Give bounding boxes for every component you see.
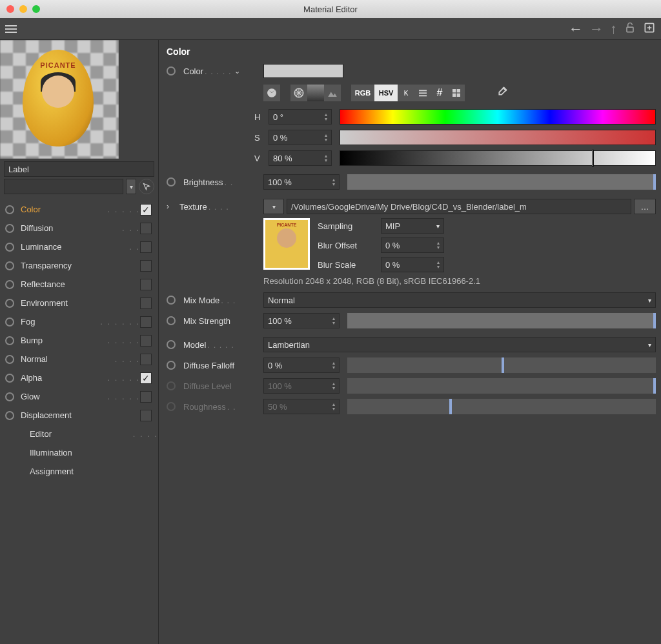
back-icon[interactable]: ←: [569, 21, 583, 37]
channel-radio[interactable]: [5, 243, 14, 252]
mixstrength-slider[interactable]: [347, 313, 656, 328]
blur-offset-field[interactable]: 0 %▴▾: [381, 237, 444, 253]
channel-checkbox[interactable]: [140, 391, 152, 403]
channel-displacement[interactable]: Displacement: [3, 406, 158, 425]
channel-illumination[interactable]: Illumination: [3, 443, 158, 462]
mixmode-select[interactable]: Normal▾: [263, 292, 656, 308]
channel-editor[interactable]: Editor . . . .: [3, 425, 158, 443]
channel-radio[interactable]: [5, 224, 14, 233]
hex-icon[interactable]: #: [431, 85, 448, 101]
chevron-down-icon[interactable]: ⌄: [234, 67, 240, 75]
up-icon[interactable]: ↑: [610, 21, 617, 37]
channel-label: Environment: [21, 298, 140, 308]
channel-checkbox[interactable]: [140, 241, 152, 253]
channel-checkbox[interactable]: [140, 335, 152, 347]
layer-dropdown-icon[interactable]: ▾: [126, 179, 136, 194]
channel-label: Displacement: [21, 410, 140, 420]
spectrum-icon[interactable]: [290, 85, 307, 101]
hue-field[interactable]: 0 °▴▾: [269, 109, 332, 125]
model-select[interactable]: Lambertian▾: [263, 337, 656, 352]
falloff-slider[interactable]: [347, 357, 656, 373]
brightness-field[interactable]: 100 %▴▾: [263, 174, 340, 190]
picker-icon[interactable]: [139, 179, 154, 194]
preview-label-text: PICANTE: [34, 61, 82, 69]
channel-assignment[interactable]: Assignment: [3, 462, 158, 481]
color-swatch[interactable]: [263, 64, 343, 78]
channel-diffusion[interactable]: Diffusion . . .: [3, 219, 158, 237]
channel-radio[interactable]: [5, 317, 14, 327]
image-icon[interactable]: [324, 85, 341, 101]
channel-alpha[interactable]: Alpha . . . . .✓: [3, 368, 158, 387]
eyedropper-icon[interactable]: [494, 85, 509, 101]
brightness-anim-toggle[interactable]: [167, 177, 176, 186]
channel-radio[interactable]: [5, 299, 14, 308]
channel-color[interactable]: Color . . . . .✓: [3, 200, 158, 219]
sat-label: S: [254, 133, 269, 143]
channel-normal[interactable]: Normal . . . .: [3, 350, 158, 368]
falloff-field[interactable]: 0 %▴▾: [263, 357, 340, 373]
material-name-field[interactable]: Label: [4, 161, 154, 177]
channel-radio[interactable]: [5, 411, 14, 420]
layer-select[interactable]: [4, 179, 123, 194]
channel-checkbox[interactable]: ✓: [140, 372, 152, 384]
channel-radio[interactable]: [5, 261, 14, 270]
channel-radio[interactable]: [5, 374, 14, 383]
channel-checkbox[interactable]: [140, 410, 152, 421]
val-label: V: [254, 154, 269, 163]
val-field[interactable]: 80 %▴▾: [269, 150, 332, 166]
forward-icon[interactable]: →: [589, 21, 604, 37]
material-preview[interactable]: PICANTE: [0, 40, 119, 159]
channel-checkbox[interactable]: [140, 316, 152, 328]
sat-slider[interactable]: [340, 130, 656, 145]
svg-rect-8: [453, 94, 456, 97]
texture-path-field[interactable]: /Volumes/GoogleDrive/My Drive/Blog/C4D_v…: [287, 199, 631, 214]
hue-slider[interactable]: [340, 109, 656, 125]
channel-checkbox[interactable]: [140, 279, 152, 290]
texture-dropdown-button[interactable]: ▾: [263, 199, 284, 214]
gradient-icon[interactable]: [307, 85, 324, 101]
channel-reflectance[interactable]: Reflectance: [3, 275, 158, 294]
color-wheel-icon[interactable]: [263, 85, 280, 101]
kelvin-mode-button[interactable]: K: [398, 85, 414, 101]
channel-label: Luminance: [21, 242, 129, 252]
sampling-select[interactable]: MIP▾: [381, 218, 444, 234]
channel-glow[interactable]: Glow . . . . .: [3, 387, 158, 406]
texture-disclose-icon[interactable]: ›: [167, 202, 176, 211]
mixmode-anim-toggle[interactable]: [167, 296, 176, 305]
val-slider[interactable]: [340, 150, 656, 166]
channel-fog[interactable]: Fog . . . . . .: [3, 312, 158, 331]
channel-luminance[interactable]: Luminance . .: [3, 237, 158, 256]
mixer-icon[interactable]: [414, 85, 431, 101]
texture-thumbnail[interactable]: PICANTE: [263, 218, 310, 270]
channel-checkbox[interactable]: [140, 260, 152, 272]
falloff-label: Diffuse Falloff: [183, 361, 234, 370]
channel-bump[interactable]: Bump . . . . .: [3, 331, 158, 350]
channel-transparency[interactable]: Transparency: [3, 256, 158, 275]
mixstrength-field[interactable]: 100 %▴▾: [263, 313, 340, 328]
channel-radio[interactable]: [5, 355, 14, 364]
mixstrength-anim-toggle[interactable]: [167, 316, 176, 325]
channel-radio[interactable]: [5, 336, 14, 345]
channel-radio[interactable]: [5, 205, 14, 214]
hsv-mode-button[interactable]: HSV: [374, 85, 398, 101]
channel-checkbox[interactable]: [140, 297, 152, 309]
blur-scale-field[interactable]: 0 %▴▾: [381, 257, 444, 272]
menu-icon[interactable]: [5, 25, 17, 33]
swatches-icon[interactable]: [448, 85, 465, 101]
sat-field[interactable]: 0 %▴▾: [269, 130, 332, 145]
channel-environment[interactable]: Environment: [3, 294, 158, 312]
falloff-anim-toggle[interactable]: [167, 361, 176, 370]
brightness-slider[interactable]: [347, 174, 656, 190]
channel-radio[interactable]: [5, 392, 14, 401]
channel-label: Fog: [21, 317, 100, 327]
rgb-mode-button[interactable]: RGB: [351, 85, 374, 101]
channel-radio[interactable]: [5, 280, 14, 289]
channel-checkbox[interactable]: [140, 223, 152, 234]
channel-checkbox[interactable]: ✓: [140, 204, 152, 216]
lock-icon[interactable]: [624, 21, 636, 36]
channel-checkbox[interactable]: [140, 354, 152, 365]
model-anim-toggle[interactable]: [167, 340, 176, 349]
texture-browse-button[interactable]: …: [634, 199, 656, 214]
add-icon[interactable]: [643, 21, 656, 36]
color-anim-toggle[interactable]: [167, 66, 176, 75]
